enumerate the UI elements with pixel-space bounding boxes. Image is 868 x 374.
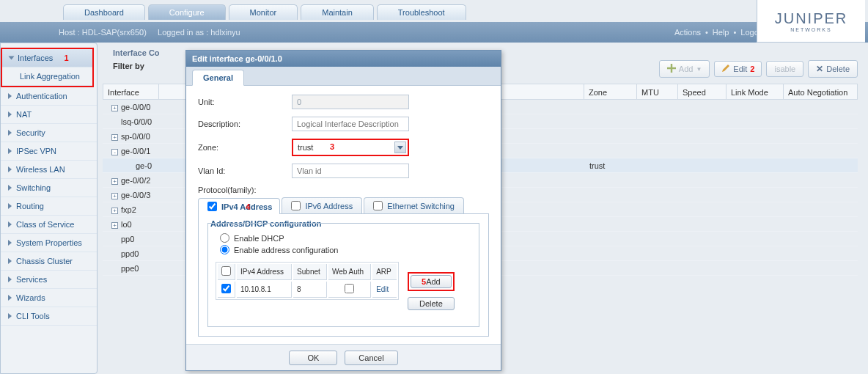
- add-button[interactable]: Add▼: [659, 60, 710, 78]
- tab-troubleshoot[interactable]: Troubleshoot: [377, 4, 466, 20]
- main-tabs: Dashboard Configure Monitor Maintain Tro…: [63, 4, 466, 20]
- sidebar-item-cli-tools[interactable]: CLI Tools: [1, 307, 97, 326]
- expand-icon[interactable]: +: [111, 193, 118, 199]
- ipv4-checkbox[interactable]: [207, 202, 217, 211]
- delete-button[interactable]: ✕ Delete: [808, 60, 858, 78]
- ipv6-checkbox[interactable]: [291, 201, 301, 210]
- proto-tab-ipv6[interactable]: IPv6 Address: [282, 197, 362, 213]
- address-select-all[interactable]: [221, 266, 231, 276]
- cell-arp-edit[interactable]: Edit: [372, 282, 397, 298]
- protocol-tabs: IPv4 Address 4 IPv6 Address Ethernet Swi…: [198, 197, 489, 214]
- address-table: IPv4 Address Subnet Web Auth ARP 10.10.8…: [216, 262, 399, 300]
- eth-label: Ethernet Switching: [387, 202, 455, 210]
- pencil-icon: [721, 64, 730, 74]
- expand-icon[interactable]: +: [111, 134, 118, 141]
- cell-subnet: 8: [293, 282, 327, 298]
- label-description: Description:: [198, 120, 292, 128]
- ipv6-label: IPv6 Address: [305, 202, 353, 210]
- sidebar-interfaces-label: Interfaces: [18, 54, 53, 62]
- sidebar-item-link-aggregation[interactable]: Link Aggregation: [2, 67, 92, 86]
- tab-monitor[interactable]: Monitor: [229, 4, 298, 20]
- filter-label: Filter by: [113, 62, 144, 70]
- label-protocol: Protocol(family):: [198, 186, 292, 194]
- label-zone: Zone:: [198, 143, 292, 152]
- chevron-right-icon: [8, 258, 12, 264]
- chevron-right-icon: [8, 130, 12, 136]
- address-row[interactable]: 10.10.8.1 8 Edit: [218, 282, 397, 298]
- sidebar-item-routing[interactable]: Routing: [1, 197, 97, 216]
- chevron-down-icon: [9, 56, 15, 60]
- col-mtu[interactable]: MTU: [637, 84, 678, 99]
- tab-maintain[interactable]: Maintain: [301, 4, 374, 20]
- brand-logo: JUNIPER NETWORKS: [757, 0, 865, 43]
- radio-enable-dhcp[interactable]: [220, 233, 229, 243]
- sidebar-item-interfaces[interactable]: Interfaces 1: [2, 49, 92, 67]
- expand-icon[interactable]: +: [111, 105, 118, 111]
- col-autoneg[interactable]: Auto Negotiation: [784, 84, 857, 99]
- status-host: Host : HDL-SAP(srx650): [59, 28, 147, 37]
- cell-webauth-checkbox[interactable]: [345, 284, 354, 293]
- cancel-button[interactable]: Cancel: [345, 351, 397, 365]
- proto-tab-eth[interactable]: Ethernet Switching: [364, 197, 464, 213]
- expand-icon[interactable]: +: [111, 178, 118, 185]
- chevron-right-icon: [8, 313, 12, 319]
- vlan-field[interactable]: [292, 164, 409, 178]
- link-actions[interactable]: Actions: [674, 22, 701, 43]
- annotation-3: 3: [330, 142, 334, 151]
- status-login: Logged in as : hdlxinyu: [158, 28, 240, 37]
- zone-select[interactable]: [293, 140, 408, 155]
- sidebar-item-switching[interactable]: Switching: [1, 179, 97, 197]
- col-interface[interactable]: Interface: [103, 84, 159, 99]
- disable-button[interactable]: isable: [766, 61, 803, 77]
- address-row-checkbox[interactable]: [221, 284, 231, 293]
- eth-checkbox[interactable]: [373, 201, 383, 210]
- chevron-right-icon: [8, 185, 12, 191]
- chevron-right-icon: [8, 148, 12, 154]
- collapse-icon[interactable]: -: [111, 149, 118, 155]
- ok-button[interactable]: OK: [289, 351, 337, 365]
- dialog-tab-general[interactable]: General: [192, 70, 244, 86]
- description-field[interactable]: [292, 117, 409, 131]
- col-web: Web Auth: [328, 264, 371, 280]
- chevron-right-icon: [8, 203, 12, 209]
- edit-interface-dialog: Edit interface ge-0/0/1.0 General Unit: …: [185, 50, 501, 371]
- chevron-right-icon: [8, 221, 12, 227]
- close-icon: ✕: [816, 64, 823, 74]
- delete-address-button[interactable]: Delete: [408, 297, 455, 310]
- expand-icon[interactable]: +: [111, 208, 118, 214]
- sidebar-item-system-properties[interactable]: System Properties: [1, 234, 97, 252]
- annotation-4: 4: [246, 202, 250, 211]
- sidebar-item-class-of-service[interactable]: Class of Service: [1, 216, 97, 234]
- sidebar-item-services[interactable]: Services: [1, 271, 97, 289]
- sidebar-item-ipsec-vpn[interactable]: IPSec VPN: [1, 142, 97, 161]
- sidebar-item-authentication[interactable]: Authentication: [1, 87, 97, 106]
- dialog-title: Edit interface ge-0/0/1.0: [186, 51, 501, 67]
- link-help[interactable]: Help: [713, 22, 729, 43]
- chevron-right-icon: [8, 240, 12, 246]
- annotation-1: 1: [64, 54, 68, 62]
- plus-icon: [667, 64, 676, 74]
- col-speed[interactable]: Speed: [678, 84, 727, 99]
- edit-button[interactable]: Edit 2: [714, 61, 762, 77]
- sidebar-item-wireless-lan[interactable]: Wireless LAN: [1, 161, 97, 179]
- radio-enable-address[interactable]: [220, 245, 229, 254]
- col-zone[interactable]: Zone: [584, 84, 637, 99]
- add-address-button[interactable]: 5Add: [411, 275, 452, 288]
- chevron-right-icon: [8, 166, 12, 172]
- sidebar-item-wizards[interactable]: Wizards: [1, 289, 97, 307]
- tab-dashboard[interactable]: Dashboard: [63, 4, 145, 20]
- sidebar-item-chassis-cluster[interactable]: Chassis Cluster: [1, 252, 97, 271]
- delete-label: Delete: [826, 65, 850, 73]
- unit-field: [292, 95, 409, 109]
- sidebar-item-security[interactable]: Security: [1, 124, 97, 142]
- expand-icon[interactable]: +: [111, 222, 118, 229]
- tab-configure[interactable]: Configure: [148, 4, 226, 20]
- col-linkmode[interactable]: Link Mode: [727, 84, 784, 99]
- brand-sub: NETWORKS: [790, 27, 831, 32]
- annotation-2: 2: [750, 65, 754, 73]
- chevron-right-icon: [8, 295, 12, 301]
- proto-tab-ipv4[interactable]: IPv4 Address 4: [198, 198, 280, 214]
- edit-label: Edit: [733, 65, 747, 73]
- sidebar-item-nat[interactable]: NAT: [1, 106, 97, 124]
- col-subnet: Subnet: [293, 264, 327, 280]
